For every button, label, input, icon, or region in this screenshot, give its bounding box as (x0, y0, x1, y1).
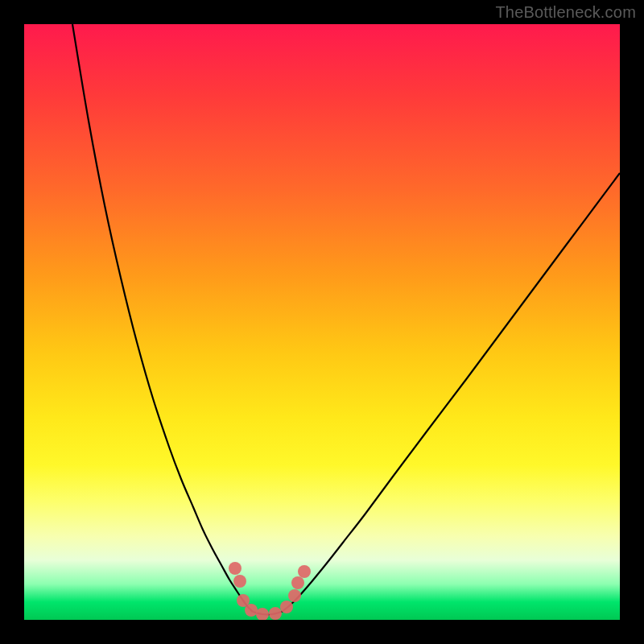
curve-right-branch (282, 173, 620, 612)
data-marker (269, 607, 282, 620)
data-marker (256, 608, 269, 620)
curve-left-branch (72, 24, 253, 612)
data-marker (288, 589, 301, 602)
data-marker (298, 565, 311, 578)
curve-svg (24, 24, 620, 620)
data-marker (245, 604, 258, 617)
chart-frame: TheBottleneck.com (0, 0, 644, 644)
data-marker (229, 562, 242, 575)
plot-area (24, 24, 620, 620)
data-marker (280, 601, 293, 613)
data-marker (233, 575, 246, 588)
marker-group (229, 562, 311, 620)
watermark-text: TheBottleneck.com (495, 3, 636, 22)
data-marker (291, 576, 304, 589)
